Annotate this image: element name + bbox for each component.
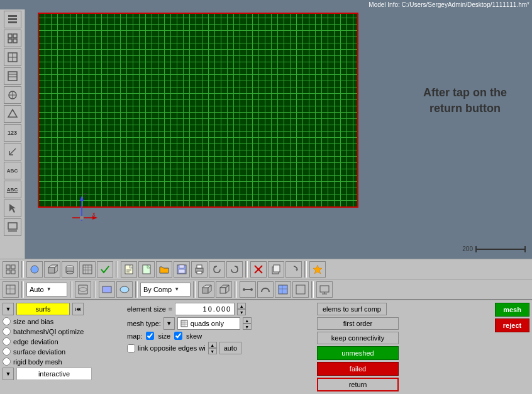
tb-cyl-icon[interactable] [62, 261, 78, 278]
tb-star-icon[interactable] [309, 261, 326, 278]
svg-rect-4 [13, 34, 17, 38]
tb-check-icon[interactable] [97, 261, 113, 278]
elem-size-input[interactable] [175, 303, 235, 315]
keep-connectivity-btn[interactable]: keep connectivity [317, 332, 399, 344]
tb-row2-solid1-icon[interactable] [275, 281, 291, 298]
auto-dropdown[interactable]: Auto ▼ [26, 283, 67, 296]
svg-rect-30 [6, 265, 10, 269]
surfs-arrow-down[interactable]: ▼ [3, 303, 14, 315]
auto-dropdown-arrow: ▼ [47, 286, 52, 292]
sidebar-icon-3[interactable] [4, 48, 21, 66]
sidebar-icon-4[interactable] [4, 67, 21, 85]
tb-row2-display-icon[interactable] [316, 281, 333, 298]
tb-copy-icon[interactable] [268, 261, 284, 278]
svg-line-17 [9, 149, 16, 155]
left-sidebar: 123 ABC ABC [0, 9, 25, 259]
sidebar-icon-cursor[interactable] [4, 200, 21, 217]
mesh-type-arrow[interactable]: ▼ [163, 317, 175, 330]
svg-rect-43 [83, 265, 92, 274]
bycomp-dropdown[interactable]: By Comp ▼ [140, 283, 191, 296]
tb-row2-line1-icon[interactable] [240, 281, 256, 298]
failed-btn[interactable]: failed [317, 362, 399, 376]
tb-row2-surf2-icon[interactable] [116, 281, 133, 298]
interactive-arrow[interactable]: ▼ [3, 368, 14, 380]
svg-point-34 [31, 266, 38, 273]
unmeshed-btn[interactable]: unmeshed [317, 346, 399, 360]
tb-box-icon[interactable] [44, 261, 60, 278]
tb-save-icon[interactable] [174, 261, 190, 278]
model-info-text: Model Info: C:/Users/SergeyAdmin/Desktop… [369, 1, 529, 8]
mesh-type-row: mesh type: ▼ quads only ▲ ▼ [127, 317, 312, 330]
tb-row2-mesh1-icon[interactable] [75, 281, 91, 298]
tb-row2-curve1-icon[interactable] [257, 281, 274, 298]
sidebar-icon-2[interactable] [4, 30, 21, 47]
sidebar-icon-6[interactable] [4, 105, 21, 123]
svg-point-29 [80, 216, 84, 220]
link-row: link opposite edges wi ▲ ▼ auto [127, 342, 312, 354]
tb-redo-icon[interactable] [226, 261, 243, 278]
svg-rect-65 [274, 265, 280, 272]
mesh-type-up[interactable]: ▲ [243, 317, 252, 324]
tb-folder-icon[interactable] [156, 261, 172, 278]
tb-rotate-icon[interactable] [285, 261, 302, 278]
bycomp-dropdown-label: By Comp [143, 286, 172, 293]
sidebar-icon-1[interactable] [4, 11, 21, 28]
sidebar-icon-abc1[interactable]: ABC [4, 162, 21, 179]
tb-sphere-icon[interactable] [26, 261, 43, 278]
skew-checkbox[interactable] [174, 332, 182, 340]
link-up[interactable]: ▲ [208, 342, 217, 348]
link-label: link opposite edges wi [138, 344, 206, 352]
rigid-body-radio[interactable] [3, 357, 11, 366]
surface-deviation-label: surface deviation [13, 348, 65, 356]
tb-delete-icon[interactable] [250, 261, 267, 278]
link-down[interactable]: ▼ [208, 348, 217, 354]
tb-undo-icon[interactable] [209, 261, 225, 278]
sidebar-icon-panel[interactable] [4, 218, 21, 236]
interactive-btn[interactable]: interactive [16, 368, 92, 380]
mesh-btn[interactable]: mesh [495, 303, 529, 317]
tb-row2-surf1-icon[interactable] [99, 281, 115, 298]
tb-mesh1-icon[interactable] [79, 261, 96, 278]
interactive-row: ▼ interactive [3, 368, 122, 380]
sidebar-icon-8[interactable] [4, 143, 21, 160]
reject-btn[interactable]: reject [495, 318, 529, 332]
svg-rect-71 [103, 286, 111, 293]
tb-row2-grid-icon[interactable] [3, 281, 19, 298]
tb-row2-cube2-icon[interactable] [216, 281, 232, 298]
svg-rect-1 [8, 18, 17, 20]
tb-sep-2 [116, 261, 118, 278]
elem-size-up[interactable]: ▲ [237, 303, 246, 309]
svg-rect-3 [8, 34, 12, 38]
sidebar-icon-abc2[interactable]: ABC [4, 181, 21, 198]
size-bias-radio[interactable] [3, 317, 11, 325]
surfs-nav-btn[interactable]: ⏮ [72, 303, 84, 315]
sidebar-icon-5[interactable] [4, 86, 21, 104]
tb-export-icon[interactable] [138, 261, 155, 278]
link-checkbox[interactable] [127, 344, 135, 352]
tb-import-icon[interactable] [121, 261, 137, 278]
return-btn[interactable]: return [317, 378, 399, 391]
bottom-col1: ▼ ⏮ size and bias batchmesh/QI optimize … [3, 303, 122, 391]
edge-deviation-label: edge deviation [13, 338, 58, 346]
size-checkbox[interactable] [146, 332, 154, 340]
sidebar-icon-7[interactable]: 123 [4, 124, 21, 142]
tb-row2-solid2-icon[interactable] [292, 281, 309, 298]
svg-rect-59 [197, 271, 202, 274]
edge-deviation-radio[interactable] [3, 337, 11, 346]
auto-btn[interactable]: auto [219, 342, 241, 354]
tb-row2-cube1-icon[interactable] [198, 281, 214, 298]
surface-deviation-radio[interactable] [3, 347, 11, 356]
tb-sep-3 [245, 261, 248, 278]
first-order-btn[interactable]: first order [317, 317, 399, 330]
surfs-input[interactable] [16, 303, 70, 315]
batchmesh-radio[interactable] [3, 327, 11, 335]
mesh-type-dropdown[interactable]: quads only [177, 317, 240, 330]
tb-grid-icon[interactable] [3, 261, 19, 278]
return-text-line1: After tap on the [423, 86, 507, 99]
mesh-type-down[interactable]: ▼ [243, 324, 252, 330]
elems-to-surf-comp-btn[interactable]: elems to surf comp [317, 303, 387, 315]
tb-row2-sep4 [135, 281, 138, 298]
toolbar-row2: Auto ▼ By Comp ▼ [0, 279, 532, 299]
tb-print-icon[interactable] [191, 261, 208, 278]
elem-size-down[interactable]: ▼ [237, 309, 246, 315]
